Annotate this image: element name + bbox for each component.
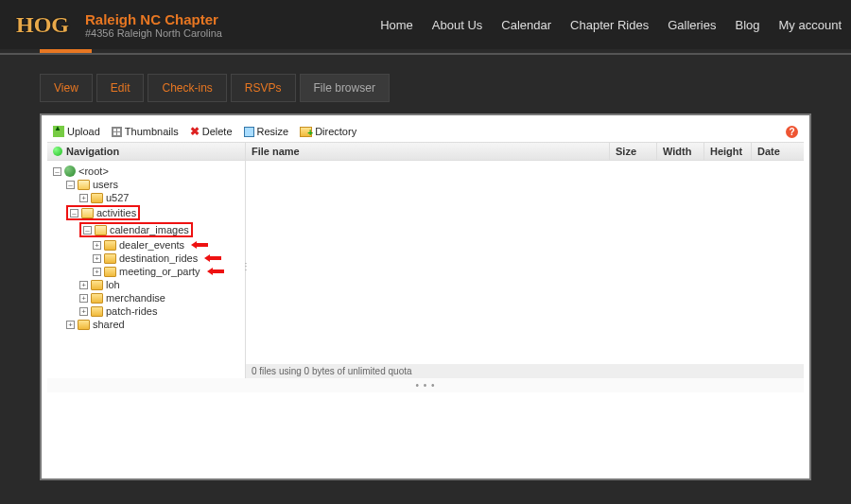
collapse-icon[interactable]: – [53, 167, 61, 176]
resize-icon [244, 127, 254, 137]
tree-label: <root> [78, 165, 109, 177]
expand-icon[interactable]: + [79, 307, 88, 316]
tree-label: destination_rides [119, 252, 198, 264]
directory-button[interactable]: Directory [300, 126, 356, 137]
tree-label: activities [96, 207, 136, 218]
folder-icon [104, 267, 116, 277]
tab-edit[interactable]: Edit [96, 74, 145, 102]
tab-view[interactable]: View [40, 74, 93, 102]
annotation-arrow-icon [191, 241, 208, 249]
tree-label: shared [93, 319, 125, 330]
nav-account[interactable]: My account [779, 18, 842, 32]
vertical-splitter[interactable]: ⋮ [241, 261, 250, 271]
thumbnails-button[interactable]: Thumbnails [112, 126, 179, 137]
expand-icon[interactable]: + [93, 254, 101, 263]
svg-marker-0 [191, 241, 208, 249]
logo-image: HOG [9, 7, 76, 43]
tree-root[interactable]: –<root> [53, 165, 239, 178]
fb-main: Navigation –<root> –users +u527 –activit… [47, 142, 804, 378]
tree-patch-rides[interactable]: +patch-rides [53, 304, 239, 318]
tree-users[interactable]: –users [53, 178, 239, 191]
nav-dot-icon [53, 147, 62, 156]
nav-galleries[interactable]: Galleries [668, 18, 716, 32]
resize-label: Resize [257, 126, 289, 137]
upload-button[interactable]: Upload [53, 126, 100, 137]
nav-calendar[interactable]: Calendar [501, 18, 551, 32]
lower-panel [47, 392, 804, 473]
page-tabs: View Edit Check-ins RSVPs File browser [40, 74, 811, 102]
nav-blog[interactable]: Blog [735, 18, 759, 32]
expand-icon[interactable]: + [93, 241, 101, 250]
collapse-icon[interactable]: – [66, 181, 75, 189]
nav-home[interactable]: Home [380, 18, 413, 32]
chapter-name: Raleigh NC Chapter [85, 11, 222, 27]
folder-icon [91, 193, 103, 203]
resize-button[interactable]: Resize [244, 126, 289, 137]
fb-toolbar: Upload Thumbnails ✖Delete Resize Directo… [47, 121, 804, 142]
tab-filebrowser[interactable]: File browser [300, 74, 390, 102]
nav-panel-title: Navigation [66, 146, 119, 157]
logo: HOG [9, 7, 76, 43]
folder-icon [104, 240, 116, 251]
tree-meeting-party[interactable]: +meeting_or_party [53, 265, 239, 278]
nav-rides[interactable]: Chapter Rides [570, 18, 649, 32]
thumbnails-label: Thumbnails [125, 126, 179, 137]
chapter-block: Raleigh NC Chapter #4356 Raleigh North C… [85, 11, 222, 39]
help-icon[interactable]: ? [786, 126, 798, 138]
delete-icon: ✖ [190, 125, 200, 138]
tree-label: dealer_events [119, 239, 184, 251]
folder-icon [81, 208, 94, 218]
col-filename[interactable]: File name [246, 143, 610, 160]
expand-icon[interactable]: + [93, 268, 101, 276]
folder-icon [91, 306, 103, 317]
list-header: File name Size Width Height Date [246, 143, 804, 161]
expand-icon[interactable]: + [79, 294, 88, 303]
status-bar: 0 files using 0 bytes of unlimited quota [246, 364, 804, 378]
tree-label: u527 [106, 192, 129, 203]
delete-label: Delete [202, 126, 233, 137]
tree-calendar-images[interactable]: –calendar_images [53, 221, 239, 238]
folder-tree: –<root> –users +u527 –activities –calend… [47, 161, 245, 378]
nav-panel-header: Navigation [47, 143, 245, 161]
svg-marker-1 [204, 254, 221, 262]
collapse-icon[interactable]: – [83, 226, 92, 235]
annotation-arrow-icon [204, 254, 221, 262]
directory-label: Directory [315, 126, 356, 137]
tree-merchandise[interactable]: +merchandise [53, 291, 239, 304]
collapse-icon[interactable]: – [70, 209, 78, 217]
tree-destination-rides[interactable]: +destination_rides [53, 252, 239, 265]
tree-dealer-events[interactable]: +dealer_events [53, 238, 239, 252]
col-height[interactable]: Height [704, 143, 752, 160]
nav-about[interactable]: About Us [432, 18, 482, 32]
expand-icon[interactable]: + [79, 281, 88, 289]
upload-icon [53, 126, 64, 137]
folder-icon [104, 253, 116, 264]
col-size[interactable]: Size [610, 143, 657, 160]
tree-activities[interactable]: –activities [53, 204, 239, 221]
delete-button[interactable]: ✖Delete [190, 125, 233, 138]
annotation-arrow-icon [207, 268, 224, 275]
nav-panel: Navigation –<root> –users +u527 –activit… [47, 143, 246, 378]
file-list: File name Size Width Height Date 0 files… [246, 143, 804, 378]
folder-icon [91, 280, 103, 290]
col-date[interactable]: Date [752, 143, 804, 160]
tree-shared[interactable]: +shared [53, 318, 239, 331]
expand-icon[interactable]: + [79, 194, 88, 202]
main-nav: Home About Us Calendar Chapter Rides Gal… [380, 18, 842, 32]
thumbnails-icon [112, 127, 122, 137]
tree-label: merchandise [106, 292, 165, 304]
tree-u527[interactable]: +u527 [53, 191, 239, 204]
folder-icon [78, 320, 90, 330]
col-width[interactable]: Width [657, 143, 704, 160]
tab-rsvps[interactable]: RSVPs [231, 74, 296, 102]
horizontal-splitter[interactable]: • • • [47, 378, 804, 392]
folder-icon [78, 180, 90, 190]
tab-checkins[interactable]: Check-ins [148, 74, 226, 102]
tree-label: meeting_or_party [119, 266, 200, 277]
tree-loh[interactable]: +loh [53, 278, 239, 291]
file-browser: Upload Thumbnails ✖Delete Resize Directo… [40, 113, 811, 480]
tree-label: users [93, 179, 118, 190]
expand-icon[interactable]: + [66, 321, 75, 329]
tree-label: loh [106, 279, 120, 290]
directory-icon [300, 127, 312, 137]
